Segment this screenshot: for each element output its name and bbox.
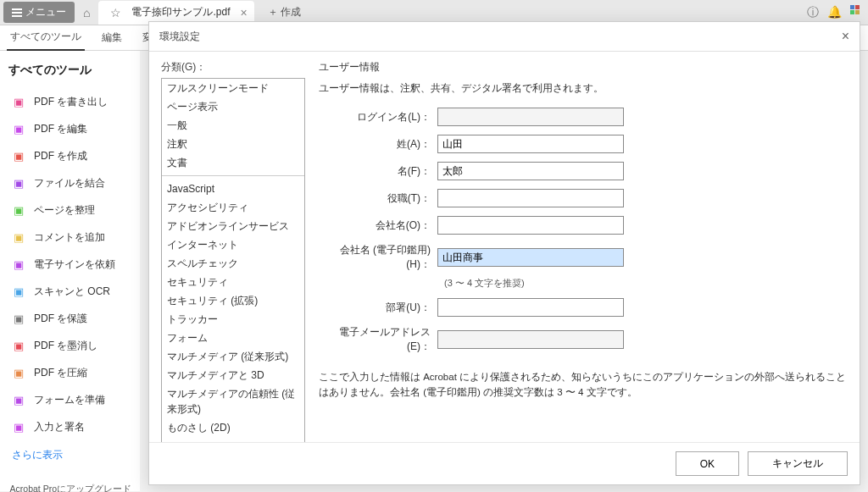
form-desc: ユーザー情報は、注釈、共有、デジタル署名で利用されます。 xyxy=(319,81,848,96)
close-icon[interactable]: × xyxy=(240,6,247,19)
login-label: ログイン名(L)： xyxy=(319,110,437,124)
dept-label: 部署(U)： xyxy=(319,301,437,315)
tab-all-tools[interactable]: すべてのツール xyxy=(7,25,85,51)
sidebar-item-label: PDF を編集 xyxy=(34,122,87,136)
firstname-label: 名(F)： xyxy=(319,164,437,179)
sidebar-item-label: PDF を墨消し xyxy=(34,339,97,353)
tool-icon: ▣ xyxy=(12,394,25,407)
tab-edit[interactable]: 編集 xyxy=(98,25,125,50)
tool-icon: ▣ xyxy=(12,340,25,353)
sidebar-item-label: ページを整理 xyxy=(34,203,95,218)
category-item[interactable]: フォーム xyxy=(162,329,304,347)
menu-label: メニュー xyxy=(25,5,66,19)
menu-button[interactable]: メニュー xyxy=(3,2,75,23)
promo-text: Acrobat Proにアップグレード PDFの直接編集や変換、電子契 xyxy=(8,483,131,492)
hamburger-icon xyxy=(12,8,22,17)
bell-icon[interactable]: 🔔 xyxy=(827,5,842,20)
ok-button[interactable]: OK xyxy=(676,451,739,476)
help-icon[interactable]: ⓘ xyxy=(807,5,819,20)
company-seal-label: 会社名 (電子印鑑用)(H)： xyxy=(319,243,437,272)
tool-icon: ▣ xyxy=(12,285,25,299)
sidebar-heading: すべてのツール xyxy=(8,63,131,78)
tool-icon: ▣ xyxy=(12,177,25,191)
category-item[interactable]: アドビオンラインサービス xyxy=(162,217,304,235)
lastname-input[interactable] xyxy=(437,135,624,153)
sidebar-item[interactable]: ▣PDF を書き出し xyxy=(8,90,131,114)
cancel-button[interactable]: キャンセル xyxy=(748,451,848,476)
sidebar-item[interactable]: ▣フォームを準備 xyxy=(8,388,131,412)
sidebar-item-label: スキャンと OCR xyxy=(34,285,110,299)
tool-icon: ▣ xyxy=(12,123,25,136)
plus-icon: ＋ xyxy=(268,6,281,18)
sidebar: すべてのツール ▣PDF を書き出し▣PDF を編集▣PDF を作成▣ファイルを… xyxy=(0,51,140,491)
sidebar-item-label: ファイルを結合 xyxy=(34,176,105,191)
company-seal-input[interactable] xyxy=(437,248,624,267)
category-item[interactable]: 文書 xyxy=(162,153,304,172)
form-heading: ユーザー情報 xyxy=(319,60,848,75)
category-item[interactable]: ページ表示 xyxy=(162,97,304,116)
category-item[interactable]: セキュリティ xyxy=(162,273,304,291)
category-item[interactable]: マルチメディアと 3D xyxy=(162,366,304,384)
category-item[interactable]: ものさし (2D) xyxy=(162,418,304,437)
title-input[interactable] xyxy=(437,189,624,207)
tool-icon: ▣ xyxy=(12,312,25,326)
firstname-input[interactable] xyxy=(437,162,624,180)
dialog-footer: OK キャンセル xyxy=(149,442,860,484)
lastname-label: 姓(A)： xyxy=(319,137,437,152)
tool-icon: ▣ xyxy=(12,150,25,163)
sidebar-item-label: 入力と署名 xyxy=(34,420,85,434)
category-item[interactable]: セキュリティ (拡張) xyxy=(162,291,304,310)
dept-input[interactable] xyxy=(437,298,624,317)
apps-icon[interactable] xyxy=(850,5,860,20)
email-label: 電子メールアドレス(E)： xyxy=(319,325,437,354)
dialog-titlebar: 環境設定 × xyxy=(149,22,860,52)
sidebar-item[interactable]: ▣PDF を墨消し xyxy=(8,334,131,358)
sidebar-item-label: 電子サインを依頼 xyxy=(34,257,115,272)
sidebar-item[interactable]: ▣PDF を保護 xyxy=(8,307,131,331)
category-item[interactable]: JavaScript xyxy=(162,180,304,198)
sidebar-item[interactable]: ▣PDF を作成 xyxy=(8,144,131,169)
create-button[interactable]: ＋ 作成 xyxy=(259,3,309,22)
sidebar-item[interactable]: ▣コメントを追加 xyxy=(8,225,131,250)
category-item[interactable]: スペルチェック xyxy=(162,254,304,273)
sidebar-item[interactable]: ▣PDF を編集 xyxy=(8,117,131,141)
sidebar-item-label: PDF を保護 xyxy=(34,312,87,326)
sidebar-item[interactable]: ▣ファイルを結合 xyxy=(8,171,131,196)
sidebar-item-label: PDF を作成 xyxy=(34,149,87,163)
sidebar-item[interactable]: ▣入力と署名 xyxy=(8,415,131,439)
sidebar-more[interactable]: さらに表示 xyxy=(8,445,131,466)
company-label: 会社名(O)： xyxy=(319,218,437,233)
category-item[interactable]: マルチメディア (従来形式) xyxy=(162,347,304,366)
category-item[interactable]: マルチメディアの信頼性 (従来形式) xyxy=(162,384,304,418)
sidebar-item[interactable]: ▣ページを整理 xyxy=(8,198,131,223)
login-input xyxy=(437,108,624,126)
dialog-title-text: 環境設定 xyxy=(159,30,200,44)
category-label: 分類(G)： xyxy=(161,60,305,75)
sidebar-item[interactable]: ▣PDF を圧縮 xyxy=(8,361,131,385)
category-list[interactable]: フルスクリーンモードページ表示一般注釈文書JavaScriptアクセシビリティア… xyxy=(161,78,305,442)
category-item[interactable]: 注釈 xyxy=(162,135,304,153)
category-item[interactable]: アクセシビリティ xyxy=(162,198,304,217)
category-item[interactable]: フルスクリーンモード xyxy=(162,79,304,97)
tool-icon: ▣ xyxy=(12,231,25,245)
sidebar-item[interactable]: ▣スキャンと OCR xyxy=(8,279,131,304)
category-item[interactable]: 一般 xyxy=(162,116,304,135)
tool-icon: ▣ xyxy=(12,96,25,109)
tool-icon: ▣ xyxy=(12,367,25,380)
preferences-dialog: 環境設定 × 分類(G)： フルスクリーンモードページ表示一般注釈文書JavaS… xyxy=(148,21,860,485)
sidebar-item-label: フォームを準備 xyxy=(34,393,105,407)
form-note: ここで入力した情報は Acrobat により保護されるため、知らないうちにこのア… xyxy=(319,369,848,401)
star-icon[interactable]: ☆ xyxy=(110,6,121,19)
sidebar-item-label: PDF を圧縮 xyxy=(34,366,87,380)
dialog-close-icon[interactable]: × xyxy=(842,29,849,44)
company-seal-hint: (3 〜 4 文字を推奨) xyxy=(444,277,848,290)
tool-icon: ▣ xyxy=(12,421,25,434)
sidebar-item[interactable]: ▣電子サインを依頼 xyxy=(8,252,131,277)
home-icon[interactable]: ⌂ xyxy=(83,6,90,19)
tab-title: 電子捺印サンプル.pdf xyxy=(131,5,230,19)
email-input xyxy=(437,330,624,349)
category-item[interactable]: トラッカー xyxy=(162,310,304,329)
company-input[interactable] xyxy=(437,216,624,235)
category-item[interactable]: インターネット xyxy=(162,235,304,254)
sidebar-item-label: コメントを追加 xyxy=(34,230,105,245)
